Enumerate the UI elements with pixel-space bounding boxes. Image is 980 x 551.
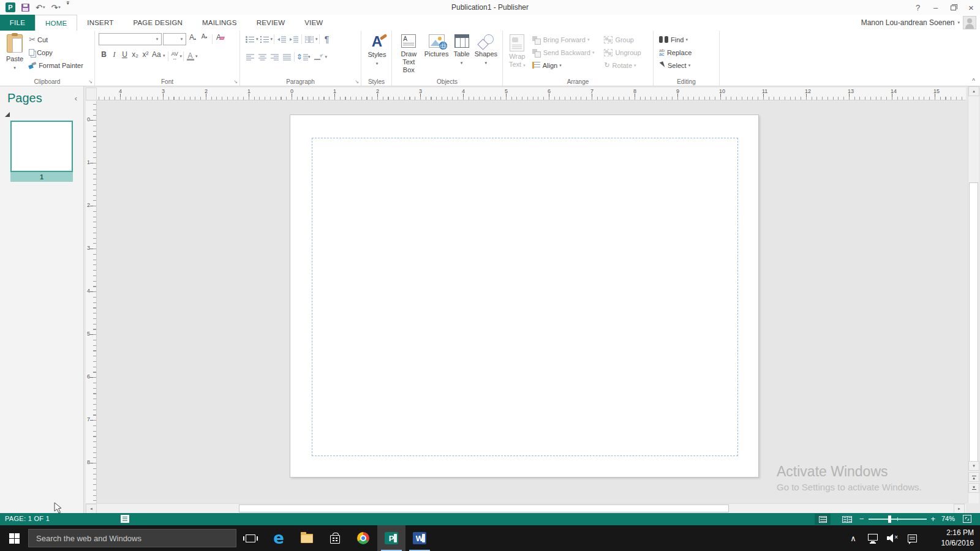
scroll-left-button[interactable]: ◂ — [86, 504, 97, 514]
decrease-indent-button[interactable] — [276, 33, 288, 45]
object-position-icon[interactable] — [121, 515, 129, 523]
show-paragraph-marks-button[interactable]: ¶ — [321, 33, 333, 45]
bullets-button[interactable] — [244, 33, 256, 45]
italic-button[interactable]: I — [109, 50, 119, 62]
bold-button[interactable]: B — [99, 50, 109, 62]
previous-page-button[interactable]: ▴ — [968, 472, 979, 482]
page-thumbnail-number[interactable]: 1 — [10, 172, 73, 182]
horizontal-scrollbar-thumb[interactable] — [239, 504, 729, 512]
draw-text-box-button[interactable]: Draw Text Box — [396, 33, 422, 76]
pages-expand-icon[interactable] — [5, 112, 10, 117]
page-thumbnail[interactable] — [10, 121, 73, 172]
save-button[interactable] — [20, 1, 31, 13]
chrome-button[interactable] — [349, 525, 377, 551]
justify-button[interactable] — [281, 51, 293, 63]
line-spacing-button[interactable]: ⇕ — [296, 51, 308, 63]
fit-page-button[interactable] — [963, 515, 971, 523]
align-button[interactable]: Align ▾ — [530, 59, 597, 72]
account-area[interactable]: Manon Lou-andrean Soenen ▾ — [861, 15, 976, 31]
scroll-up-button[interactable]: ▴ — [968, 86, 979, 96]
zoom-slider-thumb[interactable] — [888, 515, 891, 523]
align-left-button[interactable] — [244, 51, 256, 63]
copy-button[interactable]: Copy — [27, 46, 85, 59]
avatar[interactable] — [963, 16, 976, 29]
shapes-button[interactable]: Shapes ▾ — [472, 33, 500, 76]
font-name-combo[interactable]: ▾ — [99, 33, 162, 45]
cut-button[interactable]: ✂Cut — [27, 33, 85, 46]
publisher-taskbar-button[interactable]: P — [377, 525, 405, 551]
font-size-combo[interactable]: ▾ — [163, 33, 186, 45]
page-indicator[interactable]: PAGE: 1 OF 1 — [5, 515, 50, 522]
group-button[interactable]: Group — [602, 33, 643, 46]
publication-page[interactable] — [290, 114, 759, 478]
single-page-view-button[interactable] — [815, 514, 831, 525]
volume-muted-icon[interactable]: × — [886, 525, 899, 551]
file-explorer-button[interactable] — [293, 525, 321, 551]
scroll-down-button[interactable]: ▾ — [968, 461, 979, 471]
font-color-button[interactable]: A — [185, 50, 195, 62]
show-hidden-icons-button[interactable]: ∧ — [846, 525, 860, 551]
replace-button[interactable]: abacReplace — [657, 46, 717, 59]
two-page-spread-button[interactable] — [839, 514, 855, 525]
clear-formatting-button[interactable]: A — [215, 33, 225, 45]
align-center-button[interactable] — [256, 51, 268, 63]
grow-font-button[interactable]: A▴ — [187, 33, 198, 45]
redo-button[interactable]: ↷▾ — [49, 1, 62, 13]
columns-button[interactable] — [303, 33, 315, 45]
customize-qat-button[interactable]: ▾ — [65, 1, 71, 13]
publisher-app-icon[interactable]: P — [4, 1, 17, 13]
rotate-button[interactable]: ↻Rotate ▾ — [602, 59, 643, 72]
start-button[interactable] — [0, 525, 28, 551]
taskbar-search-input[interactable] — [28, 529, 236, 547]
vertical-scrollbar-thumb[interactable] — [969, 182, 978, 464]
horizontal-scrollbar[interactable]: ◂ ▸ — [86, 503, 966, 513]
character-spacing-button[interactable]: AV↔ — [170, 50, 180, 62]
ungroup-button[interactable]: Ungroup — [602, 46, 643, 59]
tab-mailings[interactable]: MAILINGS — [192, 15, 247, 31]
zoom-out-button[interactable]: − — [859, 514, 864, 525]
bring-forward-button[interactable]: Bring Forward ▾ — [530, 33, 597, 46]
table-button[interactable]: Table ▾ — [451, 33, 472, 76]
align-right-button[interactable] — [268, 51, 281, 63]
action-center-icon[interactable] — [905, 525, 919, 551]
next-page-button[interactable]: ▾ — [968, 483, 979, 493]
tab-review[interactable]: REVIEW — [247, 15, 295, 31]
zoom-slider[interactable] — [869, 519, 927, 520]
minimize-button[interactable]: – — [927, 0, 944, 15]
styles-button[interactable]: A Styles ▾ — [366, 33, 389, 76]
zoom-level[interactable]: 74% — [941, 515, 955, 522]
store-button[interactable] — [321, 525, 349, 551]
zoom-in-button[interactable]: + — [931, 514, 936, 525]
font-dialog-launcher[interactable]: ↘ — [233, 79, 238, 84]
shrink-font-button[interactable]: A▾ — [199, 33, 209, 45]
undo-button[interactable]: ↶▾ — [34, 1, 47, 13]
restore-button[interactable] — [944, 0, 962, 15]
wrap-text-button[interactable]: Wrap Text ▾ — [507, 33, 528, 76]
task-view-button[interactable] — [236, 525, 265, 551]
find-button[interactable]: Find ▾ — [657, 33, 717, 46]
select-button[interactable]: Select ▾ — [657, 59, 717, 72]
collapse-pages-panel-button[interactable]: ‹ — [75, 94, 77, 103]
vertical-scrollbar[interactable]: ▴ ▾ ▴ ▾ — [968, 86, 979, 503]
tab-insert[interactable]: INSERT — [77, 15, 123, 31]
tab-home[interactable]: HOME — [35, 15, 77, 31]
change-case-button[interactable]: Aa ▾ — [151, 50, 167, 62]
tab-file[interactable]: FILE — [0, 15, 35, 31]
publication-canvas[interactable]: Activate Windows Go to Settings to activ… — [97, 101, 968, 503]
format-painter-button[interactable]: Format Painter — [27, 59, 85, 72]
horizontal-ruler[interactable]: 43210123456789101112131415 — [97, 88, 966, 100]
increase-indent-button[interactable] — [288, 33, 300, 45]
tab-page-design[interactable]: PAGE DESIGN — [123, 15, 192, 31]
pictures-button[interactable]: Pictures — [422, 33, 451, 76]
close-button[interactable]: × — [962, 0, 980, 15]
word-taskbar-button[interactable]: W — [405, 525, 434, 551]
underline-button[interactable]: U — [119, 50, 130, 62]
edge-button[interactable]: e — [265, 525, 293, 551]
send-backward-button[interactable]: Send Backward ▾ — [530, 46, 597, 59]
network-icon[interactable] — [866, 525, 880, 551]
paste-button[interactable]: Paste ▾ — [4, 33, 26, 76]
borders-button[interactable] — [313, 51, 325, 63]
collapse-ribbon-button[interactable]: ^ — [972, 78, 975, 84]
superscript-button[interactable]: x² — [140, 50, 151, 62]
tab-view[interactable]: VIEW — [295, 15, 333, 31]
